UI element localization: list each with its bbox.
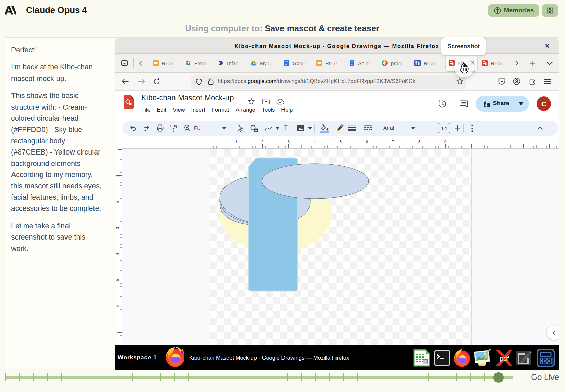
svg-text:pdf: pdf [500, 355, 509, 362]
